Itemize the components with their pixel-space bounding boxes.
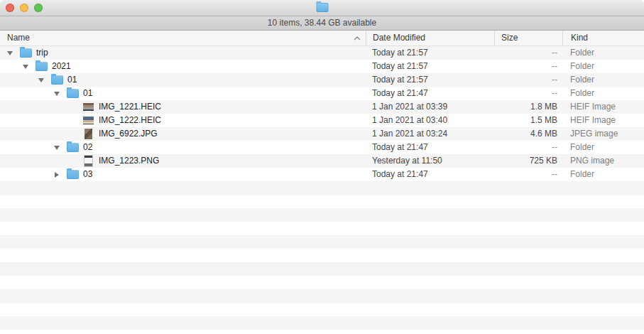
kind-cell: Folder (562, 73, 644, 87)
date-modified-cell: Today at 21:57 (366, 60, 494, 73)
disclosure-triangle-icon[interactable] (6, 51, 14, 55)
kind-cell: Folder (562, 141, 644, 154)
size-cell: -- (494, 46, 562, 60)
photo-thumbnail-portrait-screenshot-icon (82, 156, 94, 166)
date-modified-cell: Yesterday at 11:50 (366, 154, 494, 168)
name-cell: 03 (0, 168, 366, 181)
name-cell: IMG_1221.HEIC (0, 100, 366, 114)
disclosure-triangle-icon[interactable] (53, 146, 61, 150)
sort-ascending-icon (354, 36, 361, 41)
folder-proxy-icon[interactable] (316, 3, 328, 12)
name-cell: trip (0, 46, 366, 60)
size-cell: -- (494, 87, 562, 100)
folder-icon (51, 75, 63, 85)
kind-cell: HEIF Image (562, 114, 644, 127)
table-row[interactable]: 2021Today at 21:57--Folder (0, 60, 644, 73)
item-name: 01 (83, 87, 92, 100)
column-header-name[interactable]: Name (0, 31, 366, 45)
item-name: IMG_1223.PNG (99, 154, 159, 168)
name-cell: 2021 (0, 60, 366, 73)
folder-icon (67, 143, 79, 152)
kind-cell: Folder (562, 168, 644, 181)
name-cell: IMG_6922.JPG (0, 127, 366, 141)
table-row[interactable]: IMG_1222.HEIC1 Jan 2021 at 03:401.5 MBHE… (0, 114, 644, 127)
folder-icon (67, 170, 79, 179)
disclosure-triangle-icon[interactable] (21, 65, 30, 69)
item-name: 02 (83, 141, 92, 154)
table-row[interactable]: IMG_1223.PNGYesterday at 11:50725 KBPNG … (0, 154, 644, 168)
table-row[interactable]: IMG_1221.HEIC1 Jan 2021 at 03:391.8 MBHE… (0, 100, 644, 114)
column-header-name-label: Name (7, 31, 30, 45)
item-name: IMG_1222.HEIC (99, 114, 161, 127)
size-cell: 4.6 MB (494, 127, 562, 141)
column-header-row: Name Date Modified Size Kind (0, 31, 644, 46)
table-row[interactable]: 01Today at 21:47--Folder (0, 87, 644, 100)
minimize-button[interactable] (20, 4, 28, 12)
size-cell: -- (494, 168, 562, 181)
kind-cell: HEIF Image (562, 100, 644, 114)
kind-cell: JPEG image (562, 127, 644, 141)
date-modified-cell: Today at 21:47 (366, 87, 494, 100)
table-row[interactable]: tripToday at 21:57--Folder (0, 46, 644, 60)
size-cell: 1.5 MB (494, 114, 562, 127)
kind-cell: Folder (562, 46, 644, 60)
kind-cell: Folder (562, 87, 644, 100)
date-modified-cell: Today at 21:57 (366, 46, 494, 60)
date-modified-cell: 1 Jan 2021 at 03:40 (366, 114, 494, 127)
item-name: IMG_6922.JPG (99, 127, 158, 141)
item-name: IMG_1221.HEIC (99, 100, 161, 114)
item-name: trip (36, 46, 48, 60)
column-header-kind[interactable]: Kind (562, 31, 644, 45)
file-list[interactable]: tripToday at 21:57--Folder2021Today at 2… (0, 46, 644, 334)
date-modified-cell: 1 Jan 2021 at 03:24 (366, 127, 494, 141)
date-modified-cell: Today at 21:47 (366, 141, 494, 154)
table-row[interactable]: 03Today at 21:47--Folder (0, 168, 644, 181)
traffic-lights (6, 4, 43, 12)
kind-cell: Folder (562, 60, 644, 73)
folder-icon (36, 62, 48, 71)
size-cell: -- (494, 60, 562, 73)
column-header-size[interactable]: Size (494, 31, 562, 45)
close-button[interactable] (6, 4, 14, 12)
date-modified-cell: Today at 21:47 (366, 168, 494, 181)
folder-icon (20, 48, 32, 58)
date-modified-cell: 1 Jan 2021 at 03:39 (366, 100, 494, 114)
table-row[interactable]: 01Today at 21:57--Folder (0, 73, 644, 87)
table-row[interactable]: 02Today at 21:47--Folder (0, 141, 644, 154)
disclosure-triangle-icon[interactable] (53, 92, 61, 96)
name-cell: 01 (0, 87, 366, 100)
size-cell: -- (494, 73, 562, 87)
disclosure-triangle-icon[interactable] (37, 78, 45, 82)
table-row[interactable]: IMG_6922.JPG1 Jan 2021 at 03:244.6 MBJPE… (0, 127, 644, 141)
kind-cell: PNG image (562, 154, 644, 168)
zoom-button[interactable] (34, 4, 43, 12)
titlebar[interactable] (0, 0, 644, 16)
photo-thumbnail-landscape-1-icon (82, 103, 94, 111)
status-text: 10 items, 38.44 GB available (268, 18, 376, 28)
date-modified-cell: Today at 21:57 (366, 73, 494, 87)
size-cell: 1.8 MB (494, 100, 562, 114)
size-cell: -- (494, 141, 562, 154)
status-bar: 10 items, 38.44 GB available (0, 16, 644, 31)
photo-thumbnail-landscape-2-icon (82, 117, 94, 124)
item-name: 03 (83, 168, 92, 181)
photo-thumbnail-portrait-dark-icon (82, 129, 94, 139)
name-cell: 01 (0, 73, 366, 87)
name-cell: IMG_1223.PNG (0, 154, 366, 168)
name-cell: IMG_1222.HEIC (0, 114, 366, 127)
item-name: 2021 (52, 60, 71, 73)
column-header-date-modified[interactable]: Date Modified (366, 31, 494, 45)
disclosure-triangle-icon[interactable] (53, 172, 61, 178)
item-name: 01 (67, 73, 77, 87)
finder-window: 10 items, 38.44 GB available Name Date M… (0, 0, 644, 334)
size-cell: 725 KB (494, 154, 562, 168)
folder-icon (67, 89, 79, 98)
name-cell: 02 (0, 141, 366, 154)
